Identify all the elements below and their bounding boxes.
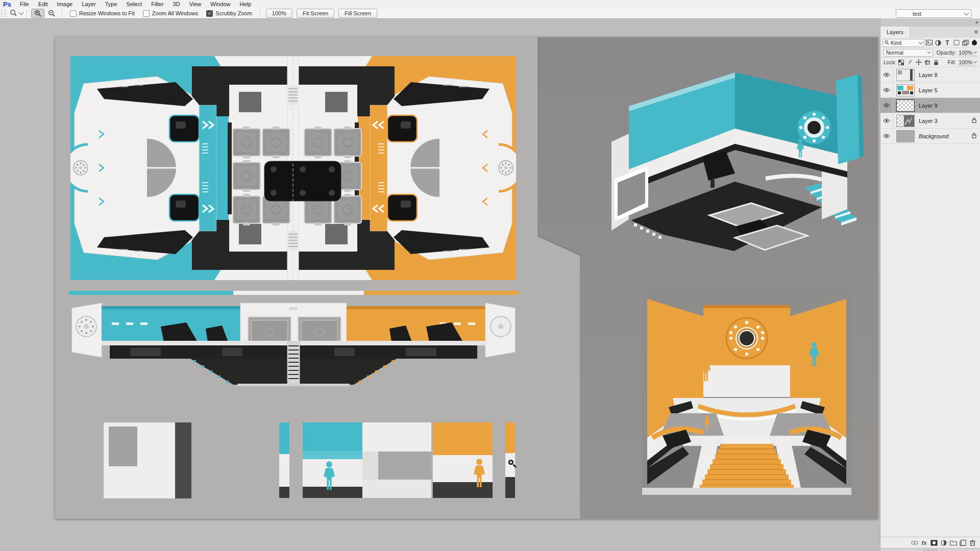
panel-dock-bar: » xyxy=(880,18,980,27)
add-layer-mask-icon[interactable] xyxy=(929,539,939,547)
filter-pixel-layers-icon[interactable] xyxy=(925,39,934,46)
scrubby-zoom-checkbox[interactable]: ✓ Scrubby Zoom xyxy=(206,10,252,17)
visibility-eye-icon[interactable] xyxy=(880,67,893,83)
new-layer-icon[interactable] xyxy=(958,539,968,547)
layers-panel-actions: fx xyxy=(880,537,980,548)
visibility-eye-icon[interactable] xyxy=(880,98,893,113)
layer-name[interactable]: Layer 9 xyxy=(919,103,938,109)
filter-kind-dropdown[interactable]: Kind xyxy=(883,39,924,47)
floor-plan-top-view xyxy=(70,56,516,280)
lock-artboard-icon[interactable] xyxy=(923,59,931,66)
visibility-eye-icon[interactable] xyxy=(880,113,893,129)
chevron-down-icon xyxy=(19,10,24,15)
layer-row-layer5[interactable]: Layer 5 xyxy=(880,83,980,98)
menu-file[interactable]: File xyxy=(15,1,34,7)
menu-layer[interactable]: Layer xyxy=(77,1,101,7)
layer-thumbnail[interactable] xyxy=(896,99,915,112)
filter-type-layers-icon[interactable]: T xyxy=(943,39,951,46)
workspace-switcher[interactable]: test xyxy=(896,9,971,18)
photoshop-window: Ps File Edit Image Layer Type Select Fil… xyxy=(0,0,980,551)
filter-shape-layers-icon[interactable] xyxy=(952,39,961,46)
panel-resize-grip[interactable] xyxy=(880,548,980,551)
checkbox-label: Zoom All Windows xyxy=(152,10,198,16)
filter-toggle-icon[interactable] xyxy=(970,39,978,46)
filter-smart-objects-icon[interactable] xyxy=(961,39,970,46)
zoom-all-windows-checkbox[interactable]: Zoom All Windows xyxy=(143,10,198,17)
checkbox-box xyxy=(143,10,150,17)
zoom-tool-preset[interactable] xyxy=(10,9,23,18)
visibility-eye-icon[interactable] xyxy=(880,129,893,144)
layer-row-layer9[interactable]: Layer 9 xyxy=(880,98,980,113)
blend-mode-value: Normal xyxy=(886,49,903,56)
divider xyxy=(260,9,260,17)
chevron-down-icon xyxy=(927,50,931,54)
layer-list: Layer 8 Layer 5 Layer 9 xyxy=(880,67,980,144)
filter-adjustment-layers-icon[interactable] xyxy=(934,39,942,46)
layer-list-empty-area xyxy=(880,144,980,537)
new-adjustment-layer-icon[interactable] xyxy=(939,539,948,547)
zoom-in-button[interactable] xyxy=(31,9,44,18)
blend-mode-dropdown[interactable]: Normal xyxy=(884,49,933,57)
layer-style-fx-icon[interactable]: fx xyxy=(919,539,929,547)
collapse-panels-icon[interactable]: » xyxy=(975,19,978,25)
tab-layers[interactable]: Layers xyxy=(880,27,910,38)
link-layers-icon[interactable] xyxy=(910,539,919,547)
layer-row-background[interactable]: Background xyxy=(880,129,980,144)
fill-label: Fill: xyxy=(948,59,956,65)
resize-windows-checkbox[interactable]: Resize Windows to Fit xyxy=(70,10,135,17)
divider xyxy=(27,9,27,17)
menu-help[interactable]: Help xyxy=(235,1,256,7)
lock-all-icon[interactable] xyxy=(932,59,940,66)
new-group-folder-icon[interactable] xyxy=(948,539,958,547)
zoom-tool-icon xyxy=(10,9,17,18)
layer-thumbnail[interactable] xyxy=(896,130,915,142)
menu-select[interactable]: Select xyxy=(122,1,147,7)
zoom-out-button[interactable] xyxy=(45,9,58,17)
layer-name[interactable]: Layer 8 xyxy=(919,72,938,78)
layer-name[interactable]: Layer 5 xyxy=(919,87,938,93)
zoom-cursor xyxy=(507,458,517,469)
layer-row-layer8[interactable]: Layer 8 xyxy=(880,67,980,83)
options-bar-grip[interactable] xyxy=(1,10,6,17)
swatch-card xyxy=(104,422,191,498)
menu-3d[interactable]: 3D xyxy=(168,1,185,7)
delete-layer-trash-icon[interactable] xyxy=(968,539,977,547)
filter-kind-label: Kind xyxy=(891,40,917,46)
layer-thumbnail[interactable] xyxy=(896,115,915,127)
opacity-value[interactable]: 100% xyxy=(958,49,977,56)
lock-label: Lock: xyxy=(884,59,896,65)
check-icon: ✓ xyxy=(208,11,212,16)
layer-name[interactable]: Layer 3 xyxy=(919,118,938,124)
checkbox-label: Scrubby Zoom xyxy=(215,10,252,16)
menu-view[interactable]: View xyxy=(185,1,206,7)
menu-window[interactable]: Window xyxy=(206,1,235,7)
menu-type[interactable]: Type xyxy=(101,1,122,7)
lock-transparency-icon[interactable] xyxy=(897,59,905,66)
menu-filter[interactable]: Filter xyxy=(146,1,168,7)
fit-screen-button[interactable]: Fit Screen xyxy=(297,9,334,18)
opacity-label: Opacity: xyxy=(937,49,957,56)
layer-thumbnail[interactable] xyxy=(896,84,915,96)
checkbox-box xyxy=(70,10,77,17)
lock-pixels-brush-icon[interactable] xyxy=(906,59,914,66)
menu-image[interactable]: Image xyxy=(53,1,78,7)
layer-row-layer3[interactable]: Layer 3 xyxy=(880,113,980,129)
panel-menu-icon[interactable]: ≡ xyxy=(974,28,978,36)
chevron-down-icon xyxy=(964,10,969,15)
fill-number: 100% xyxy=(959,59,972,65)
layer-thumbnail[interactable] xyxy=(896,69,915,81)
wall-elevation-strip xyxy=(278,422,516,498)
fill-value[interactable]: 100% xyxy=(958,59,977,66)
fill-screen-button[interactable]: Fill Screen xyxy=(338,9,377,18)
chevron-down-icon xyxy=(918,40,922,44)
visibility-eye-icon[interactable] xyxy=(880,83,893,98)
zoom-100-button[interactable]: 100% xyxy=(266,9,292,18)
opacity-number: 100% xyxy=(959,49,972,56)
document-canvas[interactable] xyxy=(55,37,878,519)
layer-name[interactable]: Background xyxy=(919,133,949,139)
search-icon xyxy=(885,40,889,46)
menu-edit[interactable]: Edit xyxy=(34,1,53,7)
chevron-down-icon xyxy=(973,50,977,54)
lock-position-move-icon[interactable] xyxy=(915,59,922,66)
layer-filter-row: Kind T xyxy=(880,38,980,48)
